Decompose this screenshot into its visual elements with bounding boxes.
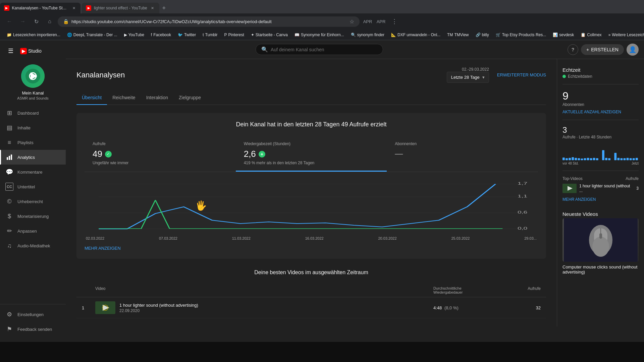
sidebar-nav: ⊞ Dashboard ▤ Inhalte ≡ Playlists Analyt… xyxy=(0,106,66,253)
yt-logo-icon: ▶ xyxy=(20,48,27,54)
create-button[interactable]: + ERSTELLEN xyxy=(581,44,624,55)
tab-interaktion[interactable]: Interaktion xyxy=(141,91,173,105)
header-right: ? + ERSTELLEN 👤 xyxy=(568,44,639,56)
forward-button[interactable]: → xyxy=(17,16,28,27)
menu-button[interactable]: ⋮ xyxy=(389,16,400,27)
bookmark-pinterest[interactable]: P Pinterest xyxy=(221,32,247,38)
video-duration: 4:48 (8,0 %) xyxy=(433,305,500,310)
bookmark-deepl[interactable]: 🌐 DeepL Translate - Der ... xyxy=(64,32,120,38)
tab-zielgruppe[interactable]: Zielgruppe xyxy=(173,91,206,105)
metric-aufrufe[interactable]: Aufrufe 49 ✓ Ungefähr wie immer xyxy=(85,136,236,172)
sidebar-item-untertitel[interactable]: CC Untertitel xyxy=(0,179,66,194)
bookmark-canva[interactable]: ✦ Startseite - Canva xyxy=(248,32,290,38)
sidebar-item-inhalte[interactable]: ▤ Inhalte xyxy=(0,120,66,135)
channel-avatar[interactable] xyxy=(21,64,45,88)
table-header: Video Durchschnittliche Wiedergabedauer … xyxy=(76,284,546,297)
bookmark-dxf[interactable]: 📐 DXF umwandeln - Onl... xyxy=(388,32,443,38)
mehr-anzeigen-realtime[interactable]: MEHR ANZEIGEN xyxy=(562,197,639,202)
svg-rect-20 xyxy=(569,158,571,160)
bookmark-twitter[interactable]: 🐦 Twitter xyxy=(175,32,199,38)
svg-point-47 xyxy=(592,237,609,257)
newest-video-thumbnail[interactable] xyxy=(562,218,639,262)
bookmark-youtube[interactable]: ▶ YouTube xyxy=(121,32,147,38)
home-button[interactable]: ⌂ xyxy=(44,16,55,27)
bookmark-star[interactable]: ☆ xyxy=(350,18,354,25)
sidebar-item-kommentare[interactable]: 💬 Kommentare xyxy=(0,165,66,179)
sidebar-item-einstellungen[interactable]: ⚙ Einstellungen xyxy=(0,307,66,322)
kommentare-icon: 💬 xyxy=(5,168,13,176)
profile-button[interactable]: APR xyxy=(376,16,386,27)
x-label-3: 16.03.2022 xyxy=(305,236,324,240)
line-chart: 1,7 1,1 0,6 0,0 xyxy=(85,180,538,234)
bookmark-tumblr[interactable]: t Tumblr xyxy=(200,32,220,38)
svg-rect-27 xyxy=(590,158,592,160)
best-videos-section: Deine besten Videos im ausgewählten Zeit… xyxy=(76,269,546,318)
bookmark-bitly[interactable]: 🔗 bitly xyxy=(473,32,492,38)
bookmark-collmex[interactable]: 📋 Collmex xyxy=(578,32,604,38)
metric-abo-value: — xyxy=(395,149,530,158)
bookmark-tmview[interactable]: TM TMView xyxy=(444,32,471,38)
address-bar[interactable]: 🔒 https://studio.youtube.com/channel/UCv… xyxy=(58,16,360,27)
tab-2-close[interactable]: ✕ xyxy=(150,5,155,11)
svg-rect-34 xyxy=(617,158,620,160)
bookmark-more[interactable]: » Weitere Lesezeichen xyxy=(606,32,644,38)
svg-text:0,0: 0,0 xyxy=(518,227,527,230)
tab-1[interactable]: ▶ Kanalanalysen - YouTube Studio ✕ xyxy=(0,3,80,13)
back-button[interactable]: ← xyxy=(4,16,15,27)
bookmark-synonyme[interactable]: 📖 Synonyme für Einhorn... xyxy=(292,32,347,38)
search-bar[interactable]: 🔍 xyxy=(256,44,383,55)
untertitel-icon: CC xyxy=(5,183,13,191)
metric-abonnenten[interactable]: Abonnenten — xyxy=(387,136,538,172)
show-current-link[interactable]: AKTUELLE ANZAHL ANZEIGEN xyxy=(562,110,639,114)
hamburger-menu[interactable]: ☰ xyxy=(5,46,16,56)
sidebar-item-analytics[interactable]: Analytics xyxy=(0,150,66,165)
lock-icon: 🔒 xyxy=(63,19,69,24)
x-label-0: 02.03.2022 xyxy=(86,236,104,240)
audio-icon: ♫ xyxy=(5,242,13,250)
sidebar-item-dashboard[interactable]: ⊞ Dashboard xyxy=(0,106,66,120)
channel-sub: ASMR and Sounds xyxy=(17,96,49,100)
svg-rect-28 xyxy=(593,158,595,160)
extensions-button[interactable]: APR xyxy=(362,16,373,27)
sidebar-item-monetarisierung[interactable]: $ Monetarisierung xyxy=(0,209,66,224)
bookmark-etsy[interactable]: 🛒 Top Etsy Products Res... xyxy=(493,32,549,38)
bookmark-sevdesk[interactable]: 📊 sevdesk xyxy=(550,32,577,38)
thumbnail-image xyxy=(95,301,115,314)
bookmark-lesezeichen[interactable]: 📁 Lesezeichen importieren... xyxy=(4,32,63,38)
chart-x-labels: 02.03.2022 07.03.2022 11.03.2022 16.03.2… xyxy=(85,236,538,240)
advanced-mode-link[interactable]: ERWEITERTER MODUS xyxy=(497,72,546,77)
mehr-anzeigen-chart[interactable]: MEHR ANZEIGEN xyxy=(85,246,121,251)
svg-rect-25 xyxy=(584,158,586,160)
sidebar-item-audio[interactable]: ♫ Audio-Mediathek xyxy=(0,238,66,253)
top-video-item: 1 hour lighter sound (without ... 3 xyxy=(562,184,639,193)
sidebar-item-feedback[interactable]: ⚑ Feedback senden xyxy=(0,322,66,337)
sidebar-item-urheberrecht[interactable]: © Urheberrecht xyxy=(0,194,66,209)
new-tab-button[interactable]: + xyxy=(159,3,169,13)
top-video-views: 3 xyxy=(636,186,639,191)
urheberrecht-icon: © xyxy=(5,197,13,205)
bookmark-facebook[interactable]: f Facebook xyxy=(148,32,174,38)
bookmark-synonym-finder[interactable]: 🔍 synonym finder xyxy=(348,32,387,38)
svg-rect-35 xyxy=(621,158,623,160)
tab-ubersicht[interactable]: Übersicht xyxy=(76,91,107,105)
svg-rect-4 xyxy=(9,156,10,160)
metric-wiedergabezeit[interactable]: Wiedergabezeit (Stunden) 2,6 + 419 % meh… xyxy=(236,136,387,172)
search-input[interactable] xyxy=(271,47,377,52)
svg-text:0,6: 0,6 xyxy=(518,210,527,214)
sidebar-item-anpassen[interactable]: ✏ Anpassen xyxy=(0,224,66,238)
sidebar-item-playlists[interactable]: ≡ Playlists xyxy=(0,135,66,150)
metric-aufrufe-label: Aufrufe xyxy=(93,141,228,146)
sidebar-label-kommentare: Kommentare xyxy=(17,170,42,175)
video-thumbnail[interactable] xyxy=(95,301,115,314)
video-info: 1 hour lighter sound (without advertisin… xyxy=(119,303,433,313)
main-section: Kanalanalysen 02.-29.03.2022 Letzte 28 T… xyxy=(66,59,644,326)
help-button[interactable]: ? xyxy=(568,44,578,55)
tab-1-close[interactable]: ✕ xyxy=(71,5,76,11)
user-avatar[interactable]: 👤 xyxy=(627,44,639,56)
date-dropdown[interactable]: Letzte 28 Tage ▾ xyxy=(447,72,489,83)
realtime-section: Echtzeit Echtzeitdaten 9 Abonnenten AKTU… xyxy=(562,67,639,202)
tab-reichweite[interactable]: Reichweite xyxy=(107,91,141,105)
date-dropdown-label: Letzte 28 Tage xyxy=(451,75,480,80)
tab-2[interactable]: ▶ lighter sound effect - YouTube ✕ xyxy=(82,3,159,13)
reload-button[interactable]: ↻ xyxy=(31,16,42,27)
